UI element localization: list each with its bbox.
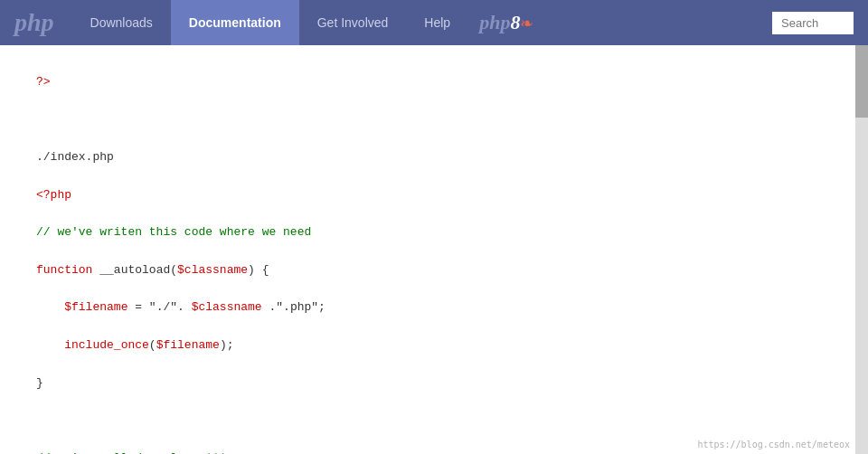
code-line-10 [36, 411, 832, 430]
code-line-11: // we've called a class *** [36, 449, 832, 454]
watermark: https://blog.csdn.net/meteox [697, 440, 850, 449]
scrollbar-thumb[interactable] [855, 45, 868, 118]
code-line-8: include_once($filename); [36, 336, 832, 355]
code-line-6: function __autoload($classname) { [36, 261, 832, 280]
nav-downloads[interactable]: Downloads [72, 0, 171, 45]
nav-documentation[interactable]: Documentation [171, 0, 299, 45]
code-line-1: ?> [36, 73, 832, 92]
nav-help[interactable]: Help [406, 0, 468, 45]
search-input[interactable] [772, 12, 854, 34]
header: php Downloads Documentation Get Involved… [0, 0, 868, 45]
code-line-5: // we've writen this code where we need [36, 223, 832, 242]
main-content: ?> ./index.php <?php // we've writen thi… [0, 45, 868, 454]
code-line-9: } [36, 374, 832, 393]
main-nav: Downloads Documentation Get Involved Hel… [72, 0, 772, 45]
code-line-7: $filename = "./". $classname .".php"; [36, 298, 832, 317]
code-block: ?> ./index.php <?php // we've writen thi… [36, 54, 832, 454]
code-line-2 [36, 110, 832, 129]
code-line-3: ./index.php [36, 148, 832, 167]
scrollbar-track[interactable] [855, 45, 868, 454]
nav-get-involved[interactable]: Get Involved [299, 0, 407, 45]
php-logo: php [14, 8, 54, 37]
code-line-4: <?php [36, 186, 832, 205]
php8-logo: php8❧ [479, 11, 533, 34]
app-container: php Downloads Documentation Get Involved… [0, 0, 868, 454]
